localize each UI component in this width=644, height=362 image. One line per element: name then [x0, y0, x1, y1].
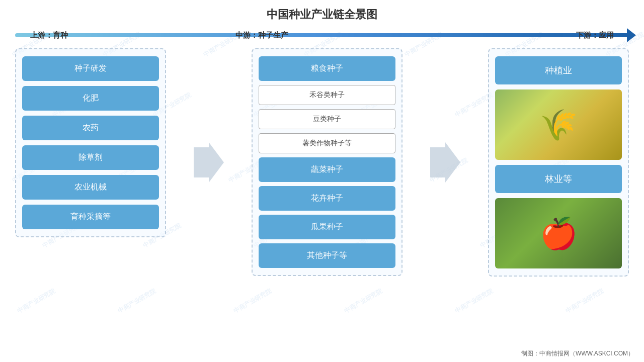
mid-item-tuber: 薯类作物种子等: [259, 133, 395, 153]
left-item-2: 化肥: [22, 86, 159, 111]
mid-item-other: 其他种子等: [259, 243, 395, 268]
upstream-label: 上游：育种: [30, 31, 68, 40]
left-item-5: 农业机械: [22, 175, 159, 200]
arrow-left-to-middle: [189, 142, 229, 183]
photo-rice: [495, 89, 622, 160]
footer-note: 制图：中商情报网（WWW.ASKCI.COM）: [521, 349, 634, 358]
midstream-label: 中游：种子生产: [235, 31, 288, 40]
left-column: 种子研发 化肥 农药 除草剂 农业机械 育种采摘等: [15, 48, 166, 237]
mid-item-cereal: 禾谷类种子: [259, 85, 395, 105]
svg-marker-0: [194, 142, 224, 183]
mid-item-melon: 瓜果种子: [259, 215, 395, 239]
mid-item-veg: 蔬菜种子: [259, 157, 395, 182]
right-column: 种植业 林业等: [488, 48, 629, 277]
left-item-4: 除草剂: [22, 145, 159, 170]
mid-item-grain: 粮食种子: [259, 56, 395, 81]
photo-apple: [495, 198, 622, 268]
left-item-1: 种子研发: [22, 56, 159, 81]
arrow-track: [15, 33, 629, 37]
main-content: 种子研发 化肥 农药 除草剂 农业机械 育种采摘等 粮食种子 禾谷类种子 豆类种…: [15, 48, 629, 277]
downstream-label: 下游：应用: [576, 31, 614, 40]
arrow-bar: 上游：育种 中游：种子生产 下游：应用: [15, 26, 629, 44]
left-item-3: 农药: [22, 116, 159, 140]
middle-column: 粮食种子 禾谷类种子 豆类种子 薯类作物种子等 蔬菜种子 花卉种子 瓜果种子 其…: [252, 48, 403, 276]
svg-marker-1: [430, 142, 460, 183]
left-item-6: 育种采摘等: [22, 205, 159, 229]
page-title: 中国种业产业链全景图: [0, 0, 644, 26]
mid-item-flower: 花卉种子: [259, 186, 395, 211]
mid-item-bean: 豆类种子: [259, 109, 395, 129]
arrow-middle-to-right: [425, 142, 465, 183]
right-item-planting: 种植业: [495, 56, 622, 84]
right-item-forestry: 林业等: [495, 165, 622, 193]
